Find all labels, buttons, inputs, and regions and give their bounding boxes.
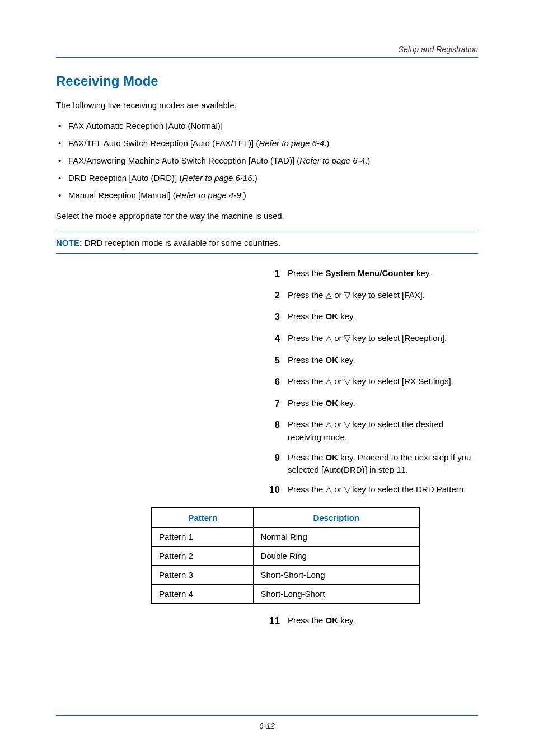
down-icon: ▽ [344,376,351,386]
cell-desc: Double Ring [254,547,419,566]
list-item-text: FAX Automatic Reception [Auto (Normal)] [68,121,223,130]
t: Press the [288,290,326,300]
step: 11 Press the OK key. [269,614,478,628]
note-box: NOTE: DRD reception mode is available fo… [56,232,478,254]
list-item-after: .) [241,190,246,200]
t: key. [338,355,355,365]
t: or [332,376,344,386]
t: Press the [288,376,326,386]
up-icon: △ [326,376,332,386]
t: key. [338,311,355,321]
step: 2 Press the △ or ▽ key to select [FAX]. [269,289,478,303]
page-number: 6-12 [259,721,275,730]
list-item-ref: Refer to page 6-16 [182,173,252,183]
t: key. [338,398,355,408]
section-title: Receiving Mode [56,73,478,89]
target: [FAX]. [402,290,425,300]
step-number: 5 [269,354,288,368]
th-description: Description [254,508,419,528]
t: or [332,484,344,494]
t: Press the [288,615,326,625]
list-item-text: Manual Reception [Manual] ( [68,190,176,200]
steps-list-after: 11 Press the OK key. [269,614,478,628]
step-text: Press the System Menu/Counter key. [288,267,478,279]
list-item: DRD Reception [Auto (DRD)] (Refer to pag… [56,172,478,184]
step: 3 Press the OK key. [269,310,478,324]
step-text: Press the △ or ▽ key to select the DRD P… [288,483,478,496]
step-number: 6 [269,375,288,389]
t: Press the [288,484,326,494]
list-item: FAX Automatic Reception [Auto (Normal)] [56,120,478,132]
list-item-ref: Refer to page 6-4 [259,138,324,148]
list-item-after: .) [252,173,257,183]
t: Press the [288,355,326,365]
intro-text: The following five receiving modes are a… [56,99,478,111]
cell-pattern: Pattern 4 [152,585,254,604]
list-item: FAX/Answering Machine Auto Switch Recept… [56,155,478,166]
step-number: 11 [269,614,288,628]
t: or [332,290,344,300]
cell-desc: Short-Short-Long [254,566,419,585]
steps-list: 1 Press the System Menu/Counter key. 2 P… [269,267,478,497]
step-text: Press the OK key. Proceed to the next st… [288,451,478,476]
step: 6 Press the △ or ▽ key to select [RX Set… [269,375,478,389]
down-icon: ▽ [344,419,351,430]
t: key. [338,615,355,625]
step: 7 Press the OK key. [269,397,478,411]
list-item-ref: Refer to page 4-9 [176,190,241,200]
key-name: OK [326,615,339,625]
down-icon: ▽ [344,333,351,343]
step-number: 3 [269,310,288,324]
t: key to select the DRD Pattern. [350,484,466,494]
cell-pattern: Pattern 2 [152,547,254,566]
target: [RX Settings]. [402,376,453,386]
up-icon: △ [326,333,332,343]
up-icon: △ [326,290,332,300]
step: 9 Press the OK key. Proceed to the next … [269,451,478,476]
step-number: 9 [269,451,288,465]
cell-pattern: Pattern 1 [152,528,254,547]
step-number: 4 [269,332,288,346]
list-item: Manual Reception [Manual] (Refer to page… [56,189,478,201]
table-row: Pattern 1 Normal Ring [152,528,419,547]
t: or [332,419,344,429]
t: or [332,333,344,343]
up-icon: △ [326,484,332,494]
key-name: OK [326,452,339,462]
down-icon: ▽ [344,290,351,300]
step: 8 Press the △ or ▽ key to select the des… [269,418,478,444]
step-number: 2 [269,289,288,303]
step-number: 10 [269,483,288,497]
list-item-text: FAX/Answering Machine Auto Switch Recept… [68,156,299,165]
pattern-table: Pattern Description Pattern 1 Normal Rin… [151,507,420,604]
t: Press the [288,333,326,343]
key-name: OK [326,311,339,321]
page-footer: 6-12 [56,715,478,730]
step: 10 Press the △ or ▽ key to select the DR… [269,483,478,497]
note-label: NOTE: [56,238,82,248]
th-pattern: Pattern [152,508,254,528]
cell-pattern: Pattern 3 [152,566,254,585]
running-head: Setup and Registration [56,45,478,54]
step-text: Press the △ or ▽ key to select [FAX]. [288,289,478,302]
step-number: 8 [269,418,288,432]
key-name: OK [326,355,339,365]
t: key to select [350,376,402,386]
list-item-text: DRD Reception [Auto (DRD)] ( [68,173,182,183]
step-text: Press the △ or ▽ key to select the desir… [288,418,478,444]
step-text: Press the △ or ▽ key to select [Receptio… [288,332,478,345]
cell-desc: Short-Long-Short [254,585,419,604]
table-row: Pattern 4 Short-Long-Short [152,585,419,604]
up-icon: △ [326,419,332,430]
mode-list: FAX Automatic Reception [Auto (Normal)] … [56,120,478,201]
list-item-text: FAX/TEL Auto Switch Reception [Auto (FAX… [68,138,259,148]
step: 4 Press the △ or ▽ key to select [Recept… [269,332,478,346]
t: key to select [350,290,402,300]
step-text: Press the OK key. [288,614,478,627]
table-header-row: Pattern Description [152,508,419,528]
t: Press the [288,419,326,429]
step-text: Press the OK key. [288,354,478,366]
note-text: DRD reception mode is available for some… [82,238,280,248]
target: [Reception]. [402,333,447,343]
list-item-after: .) [365,156,370,165]
